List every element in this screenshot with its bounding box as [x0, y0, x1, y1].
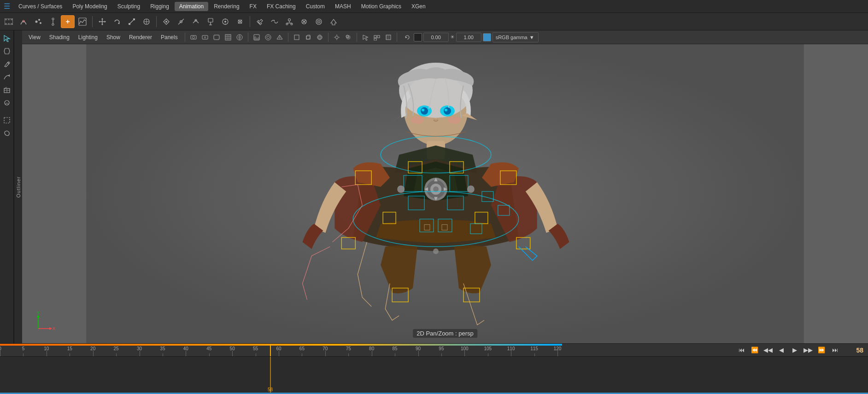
vp-grid-btn[interactable]	[223, 32, 233, 42]
toolbar-parent-btn[interactable]	[282, 15, 296, 28]
viewport-menu-renderer[interactable]: Renderer	[125, 33, 156, 41]
toolbar-arrow-btn[interactable]	[327, 15, 340, 28]
vp-wireframe-btn[interactable]	[275, 32, 285, 42]
tick-55	[256, 353, 256, 356]
vp-shading-btn[interactable]	[235, 32, 245, 42]
toolbar-link-btn[interactable]	[253, 15, 267, 28]
toolbar-aim-btn[interactable]	[218, 15, 232, 28]
vp-sphere-btn[interactable]	[315, 32, 325, 42]
vp-colorspace-dropdown[interactable]: sRGB gamma ▼	[493, 32, 539, 42]
pb-step-forward[interactable]: ▶▶	[803, 345, 814, 356]
curve-tool-icon[interactable]	[1, 71, 13, 83]
menu-item-rigging[interactable]: Rigging	[146, 2, 174, 11]
toolbar-snap-btn[interactable]	[159, 15, 173, 28]
pb-step-back[interactable]: ◀◀	[762, 345, 774, 356]
svg-marker-22	[99, 21, 100, 23]
svg-rect-1	[5, 19, 7, 20]
tick-label-0: 0	[0, 346, 1, 351]
pb-skip-to-end[interactable]: ⏭	[829, 345, 840, 356]
viewport-canvas[interactable]: Y X 2D Pan/Zoom : persp	[22, 44, 868, 343]
menu-item-curves-surfaces[interactable]: Curves / Surfaces	[14, 2, 67, 11]
menu-item-sculpting[interactable]: Sculpting	[113, 2, 145, 11]
menu-item-mash[interactable]: MASH	[330, 2, 356, 11]
vp-light-btn[interactable]	[332, 32, 342, 42]
pb-prev-key[interactable]: ⏪	[749, 345, 760, 356]
tick-105	[488, 353, 488, 356]
axis-indicator: Y X	[31, 310, 59, 334]
toolbar-graph-btn[interactable]	[76, 15, 89, 28]
svg-point-116	[422, 109, 424, 112]
box-select-icon[interactable]	[1, 114, 13, 126]
lasso-select-icon[interactable]	[1, 127, 13, 139]
menu-item-fx-caching[interactable]: FX Caching	[262, 2, 300, 11]
toolbar-keyframe-btn[interactable]	[61, 15, 75, 28]
toolbar-pin-btn[interactable]	[204, 15, 217, 28]
tick-95	[441, 353, 442, 356]
vp-lasso-mode-btn[interactable]	[372, 32, 382, 42]
tick-label-25: 25	[114, 346, 119, 351]
svg-marker-101	[363, 35, 368, 41]
viewport-menu-view[interactable]: View	[25, 33, 44, 41]
pb-play[interactable]: ▶	[789, 345, 800, 356]
toolbar-ik-btn[interactable]	[174, 15, 188, 28]
paint-tool-icon[interactable]	[1, 58, 13, 70]
vp-value2-input[interactable]	[456, 33, 481, 42]
toolbar-target-btn[interactable]	[312, 15, 326, 28]
viewport-menu-shading[interactable]: Shading	[46, 33, 73, 41]
vp-cube-persp-btn[interactable]	[303, 32, 313, 42]
vp-value1-input[interactable]	[423, 33, 449, 42]
menu-item-rendering[interactable]: Rendering	[209, 2, 244, 11]
vp-camera2-btn[interactable]	[200, 32, 210, 42]
pb-skip-to-start[interactable]: ⏮	[736, 345, 747, 356]
svg-rect-75	[218, 39, 219, 40]
toolbar-move-btn[interactable]	[95, 15, 109, 28]
toolbar-arc-btn[interactable]	[17, 15, 30, 28]
select-tool-icon[interactable]	[1, 32, 13, 44]
toolbar-filmstrip-btn[interactable]	[2, 15, 16, 28]
toolbar-ik2-btn[interactable]	[189, 15, 203, 28]
sculpt-tool-icon[interactable]	[1, 97, 13, 109]
vp-shadow-btn[interactable]	[343, 32, 353, 42]
toolbar-break-link-btn[interactable]	[268, 15, 282, 28]
main-content: Outliner View Shading Lighting Show Rend…	[0, 30, 868, 343]
menu-item-custom[interactable]: Custom	[301, 2, 329, 11]
toolbar-rotate-btn[interactable]	[110, 15, 124, 28]
menu-item-poly-modeling[interactable]: Poly Modeling	[68, 2, 111, 11]
pb-step-back2[interactable]: ◀	[776, 345, 787, 356]
menu-item-animation[interactable]: Animation	[175, 2, 208, 11]
timeline-ruler[interactable]: 0510152025303540455055606570758085909510…	[0, 344, 868, 357]
vp-film-btn[interactable]	[211, 32, 222, 42]
toolbar-constraint-btn[interactable]	[233, 15, 247, 28]
vp-render-btn[interactable]	[263, 32, 273, 42]
toolbar-unparent-btn[interactable]	[297, 15, 311, 28]
timeline-content[interactable]: 58	[0, 357, 868, 394]
menu-item-xgen[interactable]: XGen	[407, 2, 430, 11]
transform-tool-icon[interactable]	[1, 45, 13, 57]
vp-camera-btn[interactable]	[188, 32, 199, 42]
lattice-tool-icon[interactable]	[1, 84, 13, 96]
vp-colorspace-chevron: ▼	[529, 35, 534, 40]
toolbar-particles-btn[interactable]	[31, 15, 45, 28]
menu-item-motion-graphics[interactable]: Motion Graphics	[357, 2, 406, 11]
vp-cube-front-btn[interactable]	[292, 32, 302, 42]
viewport-menu-panels[interactable]: Panels	[157, 33, 182, 41]
viewport-menu-lighting[interactable]: Lighting	[75, 33, 101, 41]
toolbar-universal-btn[interactable]	[140, 15, 153, 28]
vp-texture-btn[interactable]	[252, 32, 262, 42]
toolbar-skeleton-btn[interactable]	[46, 15, 60, 28]
toolbar-scale-btn[interactable]	[125, 15, 139, 28]
vp-select-mode-btn[interactable]	[360, 32, 370, 42]
tick-0	[0, 351, 0, 356]
viewport-menu-show[interactable]: Show	[103, 33, 124, 41]
menu-item-fx[interactable]: FX	[245, 2, 261, 11]
tick-70	[325, 351, 326, 356]
vp-refresh-btn[interactable]	[402, 32, 412, 42]
viewport[interactable]: View Shading Lighting Show Renderer Pane…	[22, 30, 868, 343]
vp-sep-4	[328, 33, 328, 42]
vp-paint-select-btn[interactable]	[383, 32, 393, 42]
pb-next-key[interactable]: ⏩	[816, 345, 827, 356]
left-sidebar	[0, 30, 14, 343]
svg-marker-155	[49, 327, 52, 330]
menu-bar: ☰ Curves / Surfaces Poly Modeling Sculpt…	[0, 0, 868, 13]
vp-sep-1	[185, 33, 185, 42]
